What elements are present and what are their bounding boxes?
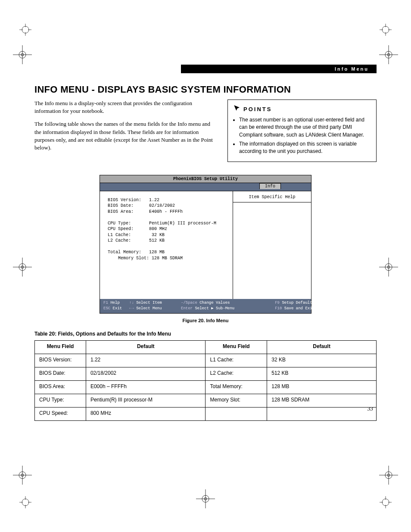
bios-key: ↑↓: [129, 301, 134, 305]
table-cell: [267, 408, 377, 421]
intro-paragraph: The Info menu is a display-only screen t…: [34, 100, 215, 115]
bios-key-label: Save and Exit: [284, 306, 314, 311]
crosshair-icon: [379, 258, 398, 277]
table-cell: BIOS Version:: [35, 354, 86, 367]
bios-key-label: Select ▶ Sub-Menu: [195, 306, 234, 311]
table-row: BIOS Area: E000h – FFFFh Total Memory: 1…: [35, 381, 377, 394]
bios-tab-bar: Info: [100, 183, 311, 191]
table-header: Menu Field: [206, 341, 267, 354]
bios-key: Enter: [181, 306, 193, 311]
intro-text: The Info menu is a display-only screen t…: [34, 100, 215, 157]
table-row: CPU Type: Pentium(R) III processor-M Mem…: [35, 394, 377, 408]
points-heading-label: POINTS: [243, 106, 272, 114]
bios-key-label: Select Item: [136, 301, 162, 305]
bios-tab-info: Info: [259, 183, 281, 189]
table-row: Menu Field Default Menu Field Default: [35, 341, 377, 354]
table-cell: 02/18/2002: [86, 367, 206, 381]
figure-caption: Figure 20. Info Menu: [34, 318, 377, 323]
bios-help-title: Item Specific Help: [233, 195, 311, 202]
bios-key: F9: [275, 301, 280, 305]
bios-footer: F1 Help ↑↓ Select Item -/Space Change Va…: [100, 299, 311, 313]
crosshair-icon: [13, 466, 32, 485]
bios-key: F10: [275, 306, 282, 311]
table-header: Default: [86, 341, 206, 354]
points-item: The information displayed on this screen…: [239, 140, 371, 156]
bios-key: -/Space: [181, 301, 197, 305]
table-row: CPU Speed: 800 MHz: [35, 408, 377, 421]
table-cell: Pentium(R) III processor-M: [86, 394, 206, 408]
pointer-icon: [233, 104, 241, 115]
table-cell: BIOS Date:: [35, 367, 86, 381]
table-cell: Total Memory:: [206, 381, 267, 394]
table-row: BIOS Date: 02/18/2002 L2 Cache: 512 KB: [35, 367, 377, 381]
table-header: Default: [267, 341, 377, 354]
points-item: The asset number is an optional user-ent…: [239, 116, 371, 139]
points-box: POINTS The asset number is an optional u…: [227, 100, 377, 162]
svg-point-0: [22, 26, 29, 33]
bios-key-label: Change Values: [199, 301, 230, 305]
bios-key-label: Select Menu: [136, 306, 162, 311]
crosshair-icon: [379, 45, 398, 64]
intro-paragraph: The following table shows the names of t…: [34, 120, 215, 152]
bios-key-label: Help: [110, 301, 120, 305]
table-caption: Table 20: Fields, Options and Defaults f…: [34, 331, 377, 337]
bios-title: PhoenixBIOS Setup Utility: [100, 175, 311, 183]
table-cell: L1 Cache:: [206, 354, 267, 367]
bios-content: BIOS Version: 1.22 BIOS Date: 02/18/2002…: [100, 191, 233, 299]
page-number: 33: [367, 405, 373, 412]
svg-point-15: [382, 499, 389, 506]
section-header: Info Menu: [181, 65, 377, 73]
table-cell: 32 KB: [267, 354, 377, 367]
bios-key: ←→: [129, 306, 134, 311]
table-cell: 128 MB SDRAM: [267, 394, 377, 408]
table-cell: L2 Cache:: [206, 367, 267, 381]
svg-point-14: [22, 499, 29, 506]
table-row: BIOS Version: 1.22 L1 Cache: 32 KB: [35, 354, 377, 367]
bios-key: ESC: [103, 306, 110, 311]
crosshair-icon: [13, 258, 32, 277]
table-cell: E000h – FFFFh: [86, 381, 206, 394]
table-cell: Memory Slot:: [206, 394, 267, 408]
bios-key: F1: [103, 301, 108, 305]
bios-screenshot: PhoenixBIOS Setup Utility Info BIOS Vers…: [100, 175, 311, 314]
fields-table: Menu Field Default Menu Field Default BI…: [34, 340, 377, 421]
bios-key-label: Setup Defaults: [282, 301, 314, 305]
table-cell: 512 KB: [267, 367, 377, 381]
svg-point-1: [382, 26, 389, 33]
table-cell: [206, 408, 267, 421]
table-cell: 1.22: [86, 354, 206, 367]
bios-help-pane: Item Specific Help: [233, 191, 311, 299]
crosshair-icon: [13, 45, 32, 64]
crosshair-icon: [379, 466, 398, 485]
bios-key-label: Exit: [113, 306, 122, 311]
table-cell: CPU Type:: [35, 394, 86, 408]
table-cell: 128 MB: [267, 381, 377, 394]
page-title: INFO MENU - DISPLAYS BASIC SYSTEM INFORM…: [34, 84, 377, 95]
table-cell: BIOS Area:: [35, 381, 86, 394]
table-cell: 800 MHz: [86, 408, 206, 421]
table-header: Menu Field: [35, 341, 86, 354]
table-cell: CPU Speed:: [35, 408, 86, 421]
